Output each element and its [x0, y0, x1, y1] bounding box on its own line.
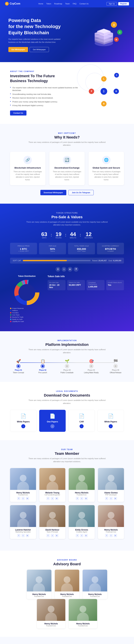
social-f-6[interactable]: f [46, 534, 50, 537]
social-f-8[interactable]: f [105, 534, 108, 537]
doc-icon-3: 📄 [71, 413, 92, 419]
doc-icon-2: 📄 [42, 413, 63, 419]
team-role-6: Team /Principle [41, 531, 64, 533]
advisory-info-5: Henry Nichols Founder/Ceo [69, 621, 97, 628]
doc-download-2[interactable]: ↓ [50, 424, 54, 428]
advisory-role-2: Founder/Ceo [56, 596, 78, 597]
silhouette-7 [69, 505, 95, 527]
about-graphic: ₿ L Đ B ₮ Ξ [87, 74, 124, 112]
team-role-7: Creative Agent [70, 531, 93, 533]
roadmap-phase-label-1: Phase 01 [15, 369, 22, 371]
team-role-5: Marketing Specialist [11, 531, 35, 533]
why-section: WHY CRPTCOM? Why It Needs? There are man… [0, 124, 134, 204]
social-in-7[interactable]: in [84, 534, 88, 537]
minutes-num: 44 [70, 232, 76, 237]
stat-presale-price: Presale Price 1 BTC = 10,000 CRPT [10, 243, 37, 254]
doc-card-3[interactable]: 📄 CAR ↓ [68, 410, 95, 432]
advisory-role-1: Founder/Ceo [28, 596, 50, 597]
advisory-photo-5 [69, 599, 97, 621]
team-info-5: Laverne Hatcher Marketing Specialist f t… [10, 527, 36, 539]
social-t-7[interactable]: t [80, 534, 83, 537]
join-telegram-btn[interactable]: Join Us On Telegram [68, 190, 94, 195]
register-button[interactable]: Register [118, 2, 129, 5]
roadmap-desc: There are many solutions of packages of … [25, 348, 109, 354]
download-whitepaper-btn[interactable]: Download Whitepaper [40, 190, 66, 195]
social-t-6[interactable]: t [51, 534, 54, 537]
login-button[interactable]: Sign Up [107, 2, 117, 6]
team-member-3: Henry Nichols Founder/Ceo f t in [69, 468, 95, 502]
sale-info-1: Tokens For Sale 50,000 CRPT [67, 280, 85, 290]
social-t-3[interactable]: t [80, 497, 83, 500]
svg-text:₿: ₿ [113, 24, 115, 26]
countdown-minutes: 44 Minuts [70, 232, 76, 239]
advisory-photo-3 [83, 570, 107, 592]
silhouette-6 [39, 505, 65, 527]
social-f-2[interactable]: f [46, 497, 50, 500]
social-in-4[interactable]: in [114, 497, 117, 500]
social-in-1[interactable]: in [26, 497, 29, 500]
about-point-4: Protect your money using fully featured … [10, 100, 80, 104]
doc-card-1[interactable]: 📄 White Papers ↓ [10, 410, 36, 432]
presale-title: Pre-Sale & Values [10, 215, 124, 219]
about-contact-btn[interactable]: Contact Us [10, 110, 26, 116]
token-dist-title: Token Distribution [10, 275, 44, 277]
advisory-sil-2 [55, 570, 79, 592]
hero-title: Powering Datafor the new TechnologyEquit… [8, 18, 67, 36]
social-in-5[interactable]: in [26, 534, 29, 537]
doc-card-4[interactable]: 📄 White Papers ↓ [98, 410, 124, 432]
nav-faq[interactable]: FAQ [73, 3, 76, 5]
silhouette-8 [98, 505, 124, 527]
hero-secondary-btn[interactable]: Get Whitepaper [30, 47, 49, 52]
docs-grid: 📄 White Papers ↓ 📄 One Papers ↓ 📄 CAR ↓ … [10, 410, 124, 432]
roadmap-dot-3 [65, 364, 69, 368]
hero-graphic: ₿ Ξ Đ [79, 20, 126, 50]
roadmap-dot-4 [90, 364, 93, 368]
roadmap-dot-1 [17, 364, 20, 368]
team-social-5: f t in [11, 534, 35, 537]
social-f-7[interactable]: f [76, 534, 79, 537]
roadmap-phase-title-1: Token Concept [13, 372, 24, 374]
social-t-2[interactable]: t [51, 497, 54, 500]
social-t-5[interactable]: t [21, 534, 25, 537]
roadmap-phase-title-2: Pre-Launch [38, 372, 47, 374]
sep-3: : [80, 232, 81, 238]
why-title: Why It Needs? [10, 135, 124, 140]
social-in-8[interactable]: in [114, 534, 117, 537]
social-t-8[interactable]: t [109, 534, 113, 537]
team-info-6: David Harbour Team /Principle f t in [39, 527, 65, 539]
legend-5: Bounty for Trade [10, 316, 44, 318]
nav-team[interactable]: Team [65, 3, 70, 5]
about-point-5: A long fully developed digital currency. [10, 104, 80, 108]
nav-token[interactable]: Token [46, 3, 51, 5]
progress-row: SOFT CAP Raised: 20,845,457 Goal: 41,800… [10, 258, 124, 264]
doc-download-4[interactable]: ↓ [109, 424, 113, 428]
roadmap-icon-5: 🏁 [113, 359, 118, 364]
stat-val-2: 650,000 [70, 248, 93, 250]
nav-contact[interactable]: Contact Us [79, 3, 88, 5]
social-f-1[interactable]: f [17, 497, 20, 500]
feature-icon-3: 🌐 [102, 156, 111, 164]
features-grid: 🔗 Blockchain Infrastructure There are ma… [10, 152, 124, 185]
advisory-row-1: Henry Nichols Founder/Ceo Henry Nichols … [27, 570, 107, 599]
team-info-3: Henry Nichols Founder/Ceo f t in [69, 490, 95, 502]
doc-card-2[interactable]: 📄 One Papers ↓ [39, 410, 66, 432]
advisory-role-4: Founder/Ceo [38, 625, 64, 627]
social-f-4[interactable]: f [105, 497, 108, 500]
nav-home[interactable]: Home [38, 3, 43, 5]
social-in-3[interactable]: in [84, 497, 88, 500]
doc-download-3[interactable]: ↓ [80, 424, 84, 428]
token-sale-info: Token Sale Info Pre Sale Date 20 Oct - 2… [48, 275, 124, 323]
navbar: C CrpCom Home Token Roadmap Team FAQ Con… [0, 0, 134, 8]
social-f-5[interactable]: f [17, 534, 20, 537]
social-t-4[interactable]: t [109, 497, 113, 500]
doc-download-1[interactable]: ↓ [21, 424, 25, 428]
hero-primary-btn[interactable]: Get Whitepaper [8, 47, 28, 52]
stat-sub-3: Accepted [99, 250, 122, 252]
legend-7: Liquidity for Cash [10, 321, 44, 322]
social-t-1[interactable]: t [21, 497, 25, 500]
social-in-6[interactable]: in [55, 534, 58, 537]
nav-roadmap[interactable]: Roadmap [54, 3, 62, 5]
social-in-2[interactable]: in [55, 497, 58, 500]
social-f-3[interactable]: f [76, 497, 79, 500]
roadmap-phase-4: 🎯 Phase 04 Listing Make Ready [83, 359, 100, 374]
